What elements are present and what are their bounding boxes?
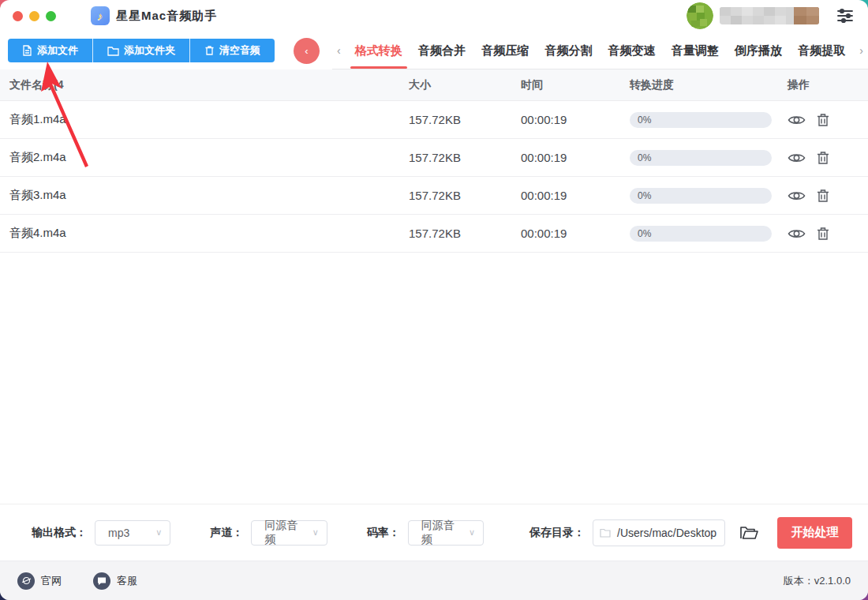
file-size: 157.72KB [409, 189, 521, 202]
folder-icon [107, 46, 119, 56]
progress-bar: 0% [630, 112, 772, 128]
user-avatar[interactable] [687, 2, 713, 29]
version-text: 版本：v2.1.0.0 [784, 574, 851, 588]
tabs-scroll-right-button[interactable]: › [855, 44, 868, 57]
col-ops: 操作 [788, 78, 868, 92]
bitrate-select[interactable]: 同源音频 ∨ [408, 520, 484, 546]
close-window-button[interactable] [13, 11, 23, 21]
file-duration: 00:00:19 [521, 151, 630, 164]
browse-folder-icon[interactable] [739, 525, 758, 541]
save-dir-input[interactable]: /Users/mac/Desktop [593, 519, 725, 546]
progress-bar: 0% [630, 188, 772, 204]
bitrate-value: 同源音频 [421, 519, 461, 547]
clear-audio-label: 清空音频 [219, 43, 260, 58]
file-size: 157.72KB [409, 151, 521, 164]
tab-audio-speed[interactable]: 音频变速 [607, 33, 657, 68]
col-time: 时间 [521, 78, 630, 92]
progress-text: 0% [638, 228, 651, 239]
chat-icon [93, 572, 110, 590]
view-icon[interactable] [788, 114, 806, 126]
username-redacted [720, 7, 819, 24]
support-link[interactable]: 客服 [93, 572, 137, 590]
trash-icon [204, 45, 215, 56]
tab-strip: ‹ 格式转换 音频合并 音频压缩 音频分割 音频变速 音量调整 倒序播放 音频提… [332, 32, 868, 69]
tabs: 格式转换 音频合并 音频压缩 音频分割 音频变速 音量调整 倒序播放 音频提取 [346, 33, 855, 68]
save-dir-label: 保存目录： [529, 526, 585, 540]
official-site-link[interactable]: 官网 [17, 572, 62, 590]
website-icon [17, 572, 35, 590]
traffic-lights [13, 11, 56, 21]
chevron-down-icon: ∨ [155, 527, 162, 538]
delete-icon[interactable] [817, 151, 829, 165]
bitrate-label: 码率： [367, 526, 400, 540]
app-window: ♪ 星星Mac音频助手 [0, 0, 868, 600]
file-size: 157.72KB [409, 113, 521, 126]
channel-value: 同源音频 [264, 519, 304, 547]
add-file-button[interactable]: 添加文件 [8, 39, 93, 62]
delete-icon[interactable] [817, 113, 829, 127]
file-duration: 00:00:19 [521, 113, 630, 126]
tabs-scroll-left-highlight[interactable]: ‹ [294, 38, 320, 64]
zoom-window-button[interactable] [46, 11, 56, 21]
settings-sliders-icon[interactable] [835, 6, 855, 26]
file-name: 音频2.m4a [0, 150, 409, 165]
table-row: 音频3.m4a 157.72KB 00:00:19 0% [0, 177, 868, 215]
tab-audio-merge[interactable]: 音频合并 [417, 33, 467, 68]
action-bar: 添加文件 添加文件夹 清空音频 ‹ ‹ 格式转换 音频合并 [0, 32, 868, 69]
title-bar: ♪ 星星Mac音频助手 [0, 0, 868, 32]
progress-bar: 0% [630, 150, 772, 166]
table-row: 音频1.m4a 157.72KB 00:00:19 0% [0, 101, 868, 139]
chevron-left-icon: ‹ [305, 45, 308, 57]
progress-text: 0% [638, 152, 651, 163]
file-name: 音频1.m4a [0, 112, 409, 127]
add-folder-button[interactable]: 添加文件夹 [93, 39, 190, 62]
file-duration: 00:00:19 [521, 227, 630, 240]
delete-icon[interactable] [817, 227, 829, 241]
delete-icon[interactable] [817, 189, 829, 203]
app-title: 星星Mac音频助手 [116, 9, 217, 24]
col-progress: 转换进度 [630, 78, 788, 92]
table-row: 音频2.m4a 157.72KB 00:00:19 0% [0, 139, 868, 177]
col-size: 大小 [409, 78, 521, 92]
view-icon[interactable] [788, 152, 806, 164]
file-name: 音频3.m4a [0, 188, 409, 203]
add-file-label: 添加文件 [37, 43, 78, 58]
view-icon[interactable] [788, 189, 806, 202]
view-icon[interactable] [788, 227, 806, 240]
tab-volume-adjust[interactable]: 音量调整 [670, 33, 720, 68]
file-actions-group: 添加文件 添加文件夹 清空音频 [8, 39, 275, 62]
output-format-select[interactable]: mp3 ∨ [95, 520, 170, 546]
tab-audio-extract[interactable]: 音频提取 [796, 33, 847, 68]
empty-area [0, 253, 868, 504]
official-site-label: 官网 [41, 574, 62, 588]
settings-bar: 输出格式： mp3 ∨ 声道： 同源音频 ∨ 码率： 同源音频 ∨ 保存目录： … [0, 504, 868, 561]
channel-select[interactable]: 同源音频 ∨ [251, 520, 327, 546]
save-dir-value: /Users/mac/Desktop [617, 527, 716, 539]
file-icon [22, 45, 32, 56]
file-name: 音频4.m4a [0, 226, 409, 241]
footer: 官网 客服 版本：v2.1.0.0 [0, 561, 868, 600]
support-label: 客服 [117, 574, 137, 588]
chevron-down-icon: ∨ [312, 527, 319, 538]
tab-audio-split[interactable]: 音频分割 [543, 33, 593, 68]
clear-audio-button[interactable]: 清空音频 [190, 39, 275, 62]
file-duration: 00:00:19 [521, 189, 630, 202]
tab-format-convert[interactable]: 格式转换 [354, 33, 404, 68]
tab-audio-compress[interactable]: 音频压缩 [480, 33, 530, 68]
tabs-scroll-left-button[interactable]: ‹ [332, 44, 346, 57]
progress-text: 0% [638, 190, 651, 201]
output-format-value: mp3 [108, 527, 129, 539]
file-size: 157.72KB [409, 227, 521, 240]
app-logo-icon: ♪ [91, 6, 110, 25]
folder-icon [600, 528, 611, 538]
add-folder-label: 添加文件夹 [124, 43, 175, 58]
table-row: 音频4.m4a 157.72KB 00:00:19 0% [0, 215, 868, 253]
start-process-button[interactable]: 开始处理 [777, 517, 852, 549]
channel-label: 声道： [210, 526, 243, 540]
table-header: 文件名称(4 大小 时间 转换进度 操作 [0, 69, 868, 101]
col-filename: 文件名称(4 [0, 78, 409, 92]
chevron-down-icon: ∨ [469, 527, 475, 538]
tab-reverse-play[interactable]: 倒序播放 [733, 33, 784, 68]
progress-text: 0% [638, 114, 651, 126]
minimize-window-button[interactable] [29, 11, 39, 21]
